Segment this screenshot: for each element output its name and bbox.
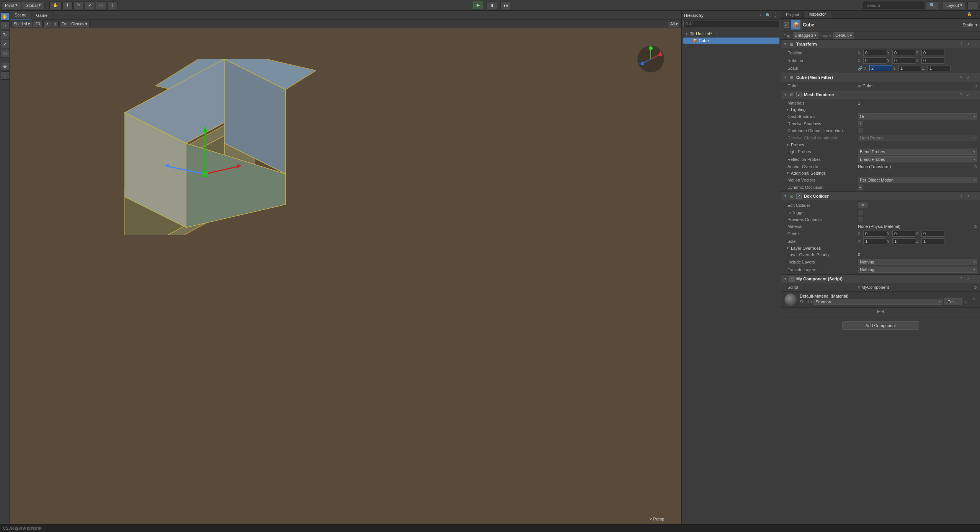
step-button[interactable]: ⏭ [500, 2, 511, 9]
receive-shadows-checkbox[interactable] [858, 121, 863, 126]
pause-button[interactable]: ⏸ [486, 2, 497, 9]
pos-y-input[interactable] [892, 50, 915, 56]
shader-edit-btn[interactable]: Edit... [944, 298, 962, 305]
meshfilter-menu-btn[interactable]: ⋮ [972, 75, 978, 80]
include-layers-dropdown[interactable]: Nothing ▾ [858, 259, 977, 265]
inspector-more-btn[interactable]: ⋮ [974, 11, 980, 17]
provides-contacts-checkbox[interactable] [858, 217, 863, 222]
hierarchy-search-input[interactable] [683, 21, 779, 27]
myscript-header[interactable]: ▼ # My Component (Script) ? ↗ ⋮ [781, 275, 980, 283]
project-tab[interactable]: Project [781, 11, 804, 18]
transform-header[interactable]: ▼ ⊞ Transform ? ↗ ⋮ [781, 40, 980, 48]
play-button[interactable]: ▶ [473, 2, 483, 9]
meshrenderer-menu-btn[interactable]: ⋮ [972, 92, 978, 97]
rect-tool-left[interactable]: ▭ [1, 49, 9, 57]
meshrenderer-enabled-checkbox[interactable] [796, 92, 802, 97]
add-component-btn[interactable]: Add Component [842, 321, 920, 330]
meshrenderer-help-btn[interactable]: ? [959, 92, 964, 97]
scale-z-input[interactable] [928, 65, 951, 71]
rot-y-input[interactable] [892, 57, 915, 64]
scale-y-input[interactable] [898, 65, 921, 71]
center-tool[interactable]: ⊕ [1, 62, 9, 70]
fx-btn[interactable]: Fx [59, 21, 68, 27]
game-tab[interactable]: Game [31, 11, 52, 20]
motion-vectors-dropdown[interactable]: Per Object Motion ▾ [858, 177, 977, 183]
material-menu-btn[interactable]: ⊞ [963, 299, 969, 304]
center-x-input[interactable] [863, 231, 886, 237]
boxcollider-header[interactable]: ▼ ⊞ Box Collider ? ↗ ⋮ [781, 192, 980, 200]
move-tool-left[interactable]: ↔ [1, 21, 9, 30]
scale-tool[interactable]: ⤢ [85, 2, 95, 9]
collider-material-target-btn[interactable]: ⊙ [973, 224, 977, 229]
more-options-button[interactable]: ⋮ [967, 2, 978, 9]
boxcollider-edit-btn[interactable]: ↗ [965, 193, 971, 199]
dynamic-occlusion-checkbox[interactable] [858, 185, 863, 190]
scene-tab[interactable]: Scene [10, 11, 31, 20]
layer-overrides-subgroup[interactable]: ▼ Layer Overrides [781, 245, 980, 251]
lights-btn[interactable]: ☀ [43, 21, 51, 27]
myscript-menu-btn[interactable]: ⋮ [972, 276, 978, 282]
inspector-tab[interactable]: Inspector [804, 11, 831, 18]
anchor-target-btn[interactable]: ⊙ [973, 164, 977, 169]
inspector-lock-btn[interactable]: 🔒 [966, 11, 972, 17]
edit-collider-btn[interactable]: ✏ [858, 202, 868, 208]
myscript-help-btn[interactable]: ? [959, 276, 964, 282]
tag-dropdown[interactable]: Untagged ▾ [793, 32, 818, 39]
lighting-subgroup[interactable]: ▼ Lighting [781, 106, 980, 113]
rotate-tool-left[interactable]: ↻ [1, 31, 9, 39]
rotate-tool[interactable]: ↻ [74, 2, 84, 9]
myscript-edit-btn[interactable]: ↗ [965, 276, 971, 282]
hand-tool[interactable]: ✋ [49, 2, 62, 9]
expand-toggle-btn[interactable]: ▶ ◀ [877, 309, 884, 313]
meshrenderer-header[interactable]: ▼ ⊞ Mesh Renderer ? ↗ ⋮ [781, 90, 980, 99]
size-y-input[interactable] [892, 238, 915, 244]
hierarchy-item-untitled[interactable]: ▼ 🎬 Untitled* ⋮ [683, 30, 779, 38]
move-tool[interactable]: ✛ [62, 2, 73, 9]
pos-x-input[interactable] [863, 50, 886, 56]
boxcollider-menu-btn[interactable]: ⋮ [972, 193, 978, 199]
rect-tool[interactable]: ▭ [96, 2, 106, 9]
script-target-btn[interactable]: ⊙ [973, 285, 977, 290]
rot-x-input[interactable] [863, 57, 886, 64]
center-y-input[interactable] [892, 231, 915, 237]
receive-gi-dropdown[interactable]: Light Probes ▾ [858, 135, 977, 141]
boxcollider-help-btn[interactable]: ? [959, 193, 964, 199]
hierarchy-search-btn[interactable]: 🔍 [765, 12, 771, 18]
transform-tool[interactable]: ⊹ [107, 2, 118, 9]
object-enabled-checkbox[interactable] [784, 22, 789, 28]
is-trigger-checkbox[interactable] [858, 210, 863, 215]
additional-settings-subgroup[interactable]: ▼ Additional Settings [781, 170, 980, 176]
hierarchy-menu-btn[interactable]: ⋮ [773, 12, 779, 18]
meshfilter-header[interactable]: ▼ ⊞ Cube (Mesh Filter) ? ↗ ⋮ [781, 73, 980, 82]
contribute-gi-checkbox[interactable] [858, 128, 863, 133]
snap-tool[interactable]: ⋮ [1, 71, 9, 80]
audio-btn[interactable]: ♪ [52, 21, 59, 27]
transform-menu-btn[interactable]: ⋮ [972, 41, 978, 47]
size-x-input[interactable] [863, 238, 886, 244]
transform-help-btn[interactable]: ? [959, 41, 964, 47]
mesh-target-btn[interactable]: ⊙ [973, 83, 977, 88]
scene-canvas[interactable]: X Y Z < Persp [10, 28, 681, 524]
cast-shadows-dropdown[interactable]: On ▾ [858, 113, 977, 119]
reflection-probes-dropdown[interactable]: Blend Probes ▾ [858, 156, 977, 162]
hierarchy-add-btn[interactable]: + [757, 12, 763, 18]
meshrenderer-edit-btn[interactable]: ↗ [965, 92, 971, 97]
shaded-btn[interactable]: Shaded ▾ [11, 21, 32, 27]
2d-btn[interactable]: 2D [33, 21, 42, 27]
global-button[interactable]: Global ▾ [22, 2, 44, 9]
meshfilter-help-btn[interactable]: ? [959, 75, 964, 80]
boxcollider-enabled-checkbox[interactable] [796, 193, 802, 199]
layout-button[interactable]: Layout ▾ [943, 2, 966, 9]
static-dropdown[interactable]: ▾ [975, 23, 978, 28]
rot-z-input[interactable] [921, 57, 944, 64]
scale-x-input[interactable] [869, 65, 892, 71]
hierarchy-item-menu[interactable]: ⋮ [714, 31, 720, 37]
shader-dropdown[interactable]: Standard ▾ [813, 299, 942, 305]
hand-tool-left[interactable]: ✋ [1, 12, 9, 21]
search-input[interactable] [863, 2, 924, 9]
probes-subgroup[interactable]: ▼ Probes [781, 142, 980, 148]
center-z-input[interactable] [921, 231, 944, 237]
pos-z-input[interactable] [921, 50, 944, 56]
hierarchy-item-cube[interactable]: 📦 Cube [683, 38, 779, 44]
layer-dropdown[interactable]: Default ▾ [833, 32, 854, 39]
